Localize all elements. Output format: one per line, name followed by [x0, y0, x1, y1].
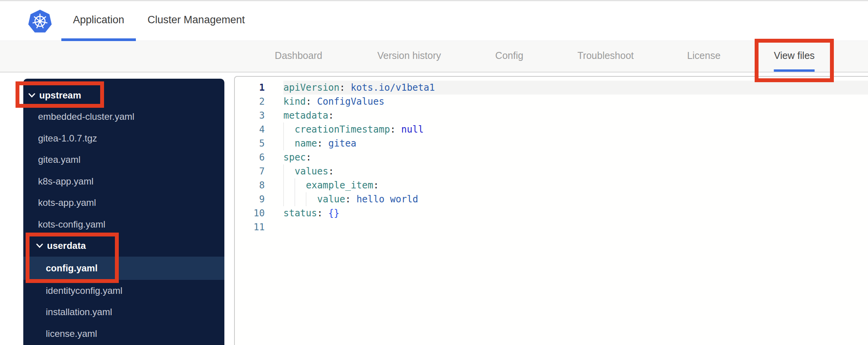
code-line-content[interactable]: name: gitea [283, 136, 868, 150]
tree-item-gitea-yaml[interactable]: gitea.yaml [23, 149, 224, 171]
yaml-key: apiVersion [283, 82, 340, 93]
code-line-content[interactable]: values: [283, 164, 868, 178]
tree-item-identityconfig-yaml[interactable]: identityconfig.yaml [23, 280, 224, 302]
yaml-key: name [295, 138, 317, 149]
tree-item-installation-yaml[interactable]: installation.yaml [23, 302, 224, 323]
tree-item-userdata[interactable]: userdata [23, 235, 224, 257]
yaml-colon: : [390, 124, 396, 135]
tab-cluster-management[interactable]: Cluster Management [136, 1, 257, 41]
gutter-gap [265, 109, 283, 122]
editor-line: 6spec: [235, 150, 868, 164]
yaml-colon: : [345, 194, 351, 205]
yaml-colon: : [373, 180, 378, 191]
kubernetes-logo-icon [27, 9, 53, 34]
code-line-content[interactable]: metadata: [283, 109, 868, 122]
gutter-gap [265, 164, 283, 178]
code-line-content[interactable]: apiVersion: kots.io/v1beta1 [283, 81, 868, 95]
line-number: 8 [235, 178, 265, 192]
yaml-value: hello world [356, 194, 418, 205]
gutter-gap [265, 150, 283, 164]
code-line-content[interactable]: value: hello world [283, 192, 868, 206]
code-line-content[interactable]: spec: [283, 150, 868, 164]
nav-item-license[interactable]: License [687, 41, 720, 72]
code-line-content[interactable] [283, 220, 868, 234]
gutter-gap [265, 122, 283, 136]
line-number: 9 [235, 192, 265, 206]
editor-line: 8example_item: [235, 178, 868, 192]
tree-item-config-yaml[interactable]: config.yaml [23, 257, 224, 280]
tree-item-label: upstream [39, 90, 81, 101]
tree-item-label: identityconfig.yaml [46, 285, 122, 296]
yaml-colon: : [306, 96, 311, 107]
code-line-content[interactable]: status: {} [283, 206, 868, 220]
yaml-key: creationTimestamp [295, 124, 390, 135]
gutter-gap [265, 192, 283, 206]
top-header-bar: Application Cluster Management [0, 0, 868, 41]
yaml-file-viewer[interactable]: 1apiVersion: kots.io/v1beta12kind: Confi… [234, 76, 868, 345]
editor-line: 5name: gitea [235, 136, 868, 150]
indent-guide [283, 164, 295, 178]
tree-item-label: gitea.yaml [38, 154, 80, 165]
gutter-gap [265, 95, 283, 109]
tree-item-upstream[interactable]: upstream [23, 85, 224, 106]
yaml-colon: : [328, 166, 334, 177]
code-line-content[interactable]: example_item: [283, 178, 868, 192]
yaml-key: spec [283, 152, 306, 163]
line-number: 11 [235, 220, 265, 234]
editor-line: 1apiVersion: kots.io/v1beta1 [235, 81, 868, 95]
editor-line: 9value: hello world [235, 192, 868, 206]
tree-item-embedded-cluster-yaml[interactable]: embedded-cluster.yaml [23, 106, 224, 128]
line-number: 5 [235, 136, 265, 150]
yaml-key: value [317, 194, 345, 205]
nav-item-view-files[interactable]: View files [774, 41, 814, 72]
yaml-key: kind [283, 96, 306, 107]
nav-item-troubleshoot[interactable]: Troubleshoot [578, 41, 634, 72]
editor-line: 11 [235, 220, 868, 234]
primary-tabs: Application Cluster Management [61, 1, 257, 41]
nav-item-config[interactable]: Config [495, 41, 523, 72]
tab-application-label: Application [73, 14, 124, 26]
tree-item-license-yaml[interactable]: license.yaml [23, 323, 224, 345]
tab-application[interactable]: Application [61, 1, 136, 41]
line-number: 7 [235, 164, 265, 178]
tree-item-label: userdata [47, 240, 86, 251]
tree-item-label: embedded-cluster.yaml [38, 111, 134, 122]
line-number: 6 [235, 150, 265, 164]
yaml-colon: : [317, 138, 323, 149]
chevron-down-icon [28, 93, 35, 98]
line-number: 4 [235, 122, 265, 136]
editor-line: 2kind: ConfigValues [235, 95, 868, 109]
line-number: 10 [235, 206, 265, 220]
tree-item-kots-app-yaml[interactable]: kots-app.yaml [23, 192, 224, 214]
tab-cluster-management-label: Cluster Management [148, 14, 245, 26]
indent-guide [283, 122, 295, 136]
file-tree-sidebar: upstreamembedded-cluster.yamlgitea-1.0.7… [23, 79, 224, 345]
yaml-value: gitea [328, 138, 356, 149]
code-line-content[interactable]: creationTimestamp: null [283, 122, 868, 136]
tree-item-label: k8s-app.yaml [38, 176, 94, 187]
tree-item-k8s-app-yaml[interactable]: k8s-app.yaml [23, 171, 224, 192]
yaml-key: values [295, 166, 328, 177]
tree-item-label: config.yaml [46, 263, 97, 274]
indent-guide [283, 192, 295, 206]
yaml-colon: : [328, 110, 334, 121]
tree-item-label: kots-app.yaml [38, 197, 96, 208]
gutter-gap [265, 178, 283, 192]
code-line-content[interactable]: kind: ConfigValues [283, 95, 868, 109]
tree-item-gitea-1-0-7-tgz[interactable]: gitea-1.0.7.tgz [23, 128, 224, 149]
editor-line: 10status: {} [235, 206, 868, 220]
nav-item-version-history[interactable]: Version history [377, 41, 441, 72]
tree-item-label: kots-config.yaml [38, 219, 105, 230]
tree-item-label: license.yaml [46, 328, 97, 339]
indent-guide [295, 192, 306, 206]
gutter-gap [265, 136, 283, 150]
indent-guide [306, 192, 317, 206]
gutter-gap [265, 81, 283, 95]
nav-item-dashboard[interactable]: Dashboard [275, 41, 322, 72]
yaml-value: ConfigValues [317, 96, 384, 107]
tree-item-kots-config-yaml[interactable]: kots-config.yaml [23, 214, 224, 235]
line-number: 3 [235, 109, 265, 122]
yaml-key: status [283, 208, 317, 219]
editor-line: 4creationTimestamp: null [235, 122, 868, 136]
line-number: 1 [235, 81, 265, 95]
